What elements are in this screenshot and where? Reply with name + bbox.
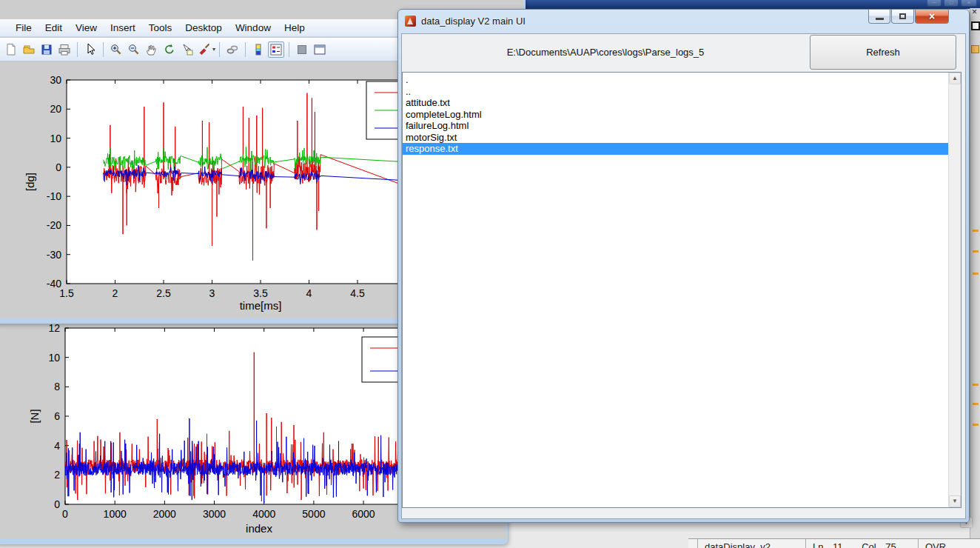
brush-dropdown-icon[interactable]: ▾ bbox=[212, 46, 215, 53]
x-tick-label: 2.5 bbox=[156, 287, 171, 299]
mlint-summary-box[interactable] bbox=[971, 45, 979, 53]
mlint-marker[interactable] bbox=[973, 250, 979, 253]
matlab-icon bbox=[405, 16, 416, 27]
mlint-marker[interactable] bbox=[973, 230, 979, 232]
y-tick-label: 10 bbox=[48, 352, 60, 364]
toolbar-separator bbox=[103, 42, 104, 57]
editor-restore-icon[interactable] bbox=[971, 21, 980, 30]
editor-status-bar: dataDisplay_v2 Ln 11 Col 75 OVR bbox=[688, 538, 980, 548]
toolbar-separator bbox=[77, 42, 78, 57]
y-tick-label: 2 bbox=[54, 469, 60, 481]
background-maximize-button[interactable]: □ bbox=[944, 0, 959, 7]
current-path-label: E:\Documents\AUAP\cores\logs\Parse_logs_… bbox=[402, 47, 809, 58]
x-tick-label: 4000 bbox=[252, 508, 275, 520]
y-tick-label: 0 bbox=[54, 498, 60, 510]
background-close-button[interactable]: × bbox=[961, 0, 977, 7]
ln-label: Ln bbox=[813, 541, 823, 548]
col-value: 75 bbox=[885, 541, 896, 548]
menu-window[interactable]: Window bbox=[229, 19, 278, 33]
print-icon[interactable] bbox=[56, 41, 73, 58]
editor-right-strip: × bbox=[970, 8, 980, 548]
data-display-client: E:\Documents\AUAP\cores\logs\Parse_logs_… bbox=[401, 33, 966, 519]
open-file-icon[interactable] bbox=[21, 41, 37, 58]
file-item-motorSig-txt[interactable]: motorSig.txt bbox=[403, 132, 961, 144]
file-item-response-txt[interactable]: response.txt bbox=[403, 143, 961, 155]
rotate-3d-icon[interactable] bbox=[161, 41, 178, 58]
save-icon[interactable] bbox=[38, 41, 55, 58]
x-tick-label: 3000 bbox=[203, 508, 226, 520]
mlint-marker[interactable] bbox=[973, 424, 979, 426]
menu-help[interactable]: Help bbox=[278, 19, 312, 33]
data-display-title: data_display V2 main UI bbox=[421, 16, 526, 27]
y-tick-label: 4 bbox=[54, 440, 60, 452]
menu-edit[interactable]: Edit bbox=[38, 19, 69, 33]
insert-legend-icon[interactable] bbox=[268, 41, 284, 58]
file-item--[interactable]: .. bbox=[403, 86, 961, 98]
dock-figure-icon[interactable] bbox=[312, 41, 328, 58]
col-label: Col bbox=[862, 541, 876, 548]
status-filename: dataDisplay_v2 bbox=[697, 539, 805, 548]
minimize-button[interactable] bbox=[868, 10, 890, 24]
maximize-button[interactable] bbox=[891, 10, 914, 24]
background-minimize-button[interactable]: ─ bbox=[927, 0, 942, 7]
refresh-button[interactable]: Refresh bbox=[810, 35, 956, 70]
editor-close-icon[interactable]: × bbox=[972, 7, 977, 17]
menu-insert[interactable]: Insert bbox=[104, 19, 142, 33]
data-display-titlebar[interactable]: data_display V2 main UI × bbox=[398, 10, 969, 33]
x-axis-label: index bbox=[246, 522, 272, 535]
data-display-window[interactable]: data_display V2 main UI × E:\Documents\A… bbox=[397, 9, 970, 523]
toolbar-separator bbox=[219, 42, 220, 57]
y-tick-label: 8 bbox=[54, 381, 60, 392]
menu-view[interactable]: View bbox=[69, 19, 104, 33]
mlint-marker[interactable] bbox=[973, 273, 979, 275]
link-plots-icon[interactable] bbox=[224, 41, 241, 58]
x-tick-label: 0 bbox=[62, 508, 68, 520]
y-tick-label: 0 bbox=[56, 161, 61, 173]
hide-plot-tools-icon[interactable] bbox=[294, 41, 310, 58]
toolbar-separator bbox=[289, 42, 289, 57]
y-tick-label: -40 bbox=[47, 278, 61, 290]
y-tick-label: 30 bbox=[50, 74, 61, 86]
mlint-marker[interactable] bbox=[973, 384, 979, 386]
pan-icon[interactable] bbox=[144, 41, 160, 58]
brush-icon[interactable] bbox=[197, 41, 213, 58]
file-listbox[interactable]: ...attitude.txtcompleteLog.htmlfailureLo… bbox=[402, 72, 961, 508]
status-overwrite-indicator: OVR bbox=[918, 539, 980, 548]
new-file-icon[interactable] bbox=[3, 41, 19, 58]
y-tick-label: -30 bbox=[47, 249, 61, 261]
file-item-completeLog-html[interactable]: completeLog.html bbox=[403, 109, 961, 121]
file-item-attitude-txt[interactable]: attitude.txt bbox=[403, 97, 961, 109]
file-item--[interactable]: . bbox=[403, 74, 961, 86]
file-item-failureLog-html[interactable]: failureLog.html bbox=[403, 120, 961, 132]
menu-desktop[interactable]: Desktop bbox=[178, 19, 229, 33]
desktop: Figure 1: E:\Documents\AUAP\cores\logs\P… bbox=[0, 0, 980, 548]
y-tick-label: 20 bbox=[50, 103, 61, 115]
y-tick-label: -20 bbox=[47, 219, 61, 231]
edit-arrow-icon[interactable] bbox=[82, 41, 98, 58]
mlint-marker[interactable] bbox=[973, 403, 979, 405]
x-axis-label: time[ms] bbox=[240, 299, 282, 312]
data-cursor-icon[interactable] bbox=[179, 41, 195, 58]
x-tick-label: 1.5 bbox=[59, 287, 74, 299]
scroll-down-icon[interactable]: ▼ bbox=[949, 495, 961, 507]
scroll-up-icon[interactable]: ▲ bbox=[949, 73, 961, 84]
listbox-scrollbar[interactable]: ▲ ▼ bbox=[948, 73, 961, 507]
y-axis-label: [dg] bbox=[24, 173, 36, 191]
insert-colorbar-icon[interactable] bbox=[250, 41, 266, 58]
toolbar-separator bbox=[245, 42, 246, 57]
menu-tools[interactable]: Tools bbox=[142, 19, 179, 33]
close-button[interactable]: × bbox=[915, 10, 949, 24]
x-tick-label: 5000 bbox=[302, 508, 325, 520]
status-cursor-position: Ln 11 Col 75 bbox=[805, 539, 918, 548]
x-tick-label: 2000 bbox=[153, 508, 176, 520]
zoom-out-icon[interactable] bbox=[126, 41, 142, 58]
x-tick-label: 6000 bbox=[352, 508, 375, 520]
x-tick-label: 3 bbox=[209, 287, 215, 299]
zoom-in-icon[interactable] bbox=[108, 41, 124, 58]
x-tick-label: 4.5 bbox=[350, 287, 365, 299]
y-tick-label: 12 bbox=[48, 324, 60, 334]
x-tick-label: 3.5 bbox=[253, 287, 268, 299]
menu-file[interactable]: File bbox=[9, 19, 38, 33]
y-axis-label: [N] bbox=[28, 409, 41, 423]
x-tick-label: 2 bbox=[113, 287, 118, 299]
